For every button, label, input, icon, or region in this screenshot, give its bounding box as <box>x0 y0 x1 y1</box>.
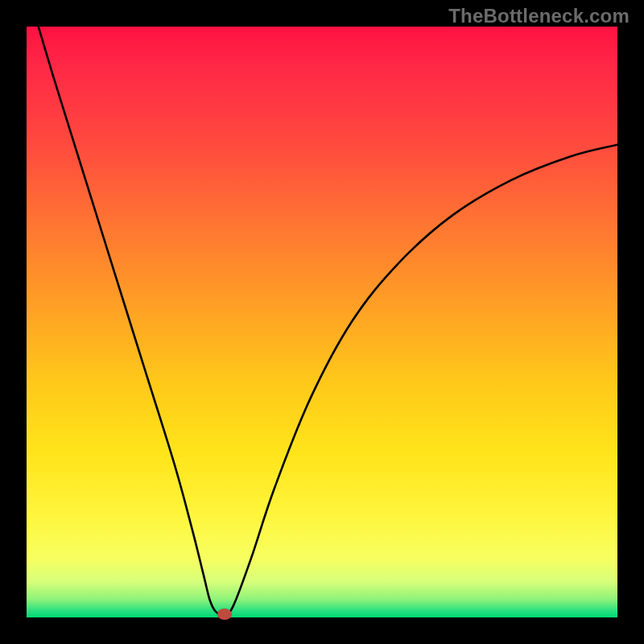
watermark-text: TheBottleneck.com <box>448 5 630 27</box>
curve-path <box>39 27 617 615</box>
plot-area <box>27 27 617 617</box>
chart-frame: TheBottleneck.com <box>0 0 644 644</box>
minimum-marker <box>217 609 232 620</box>
bottleneck-curve <box>27 27 617 617</box>
